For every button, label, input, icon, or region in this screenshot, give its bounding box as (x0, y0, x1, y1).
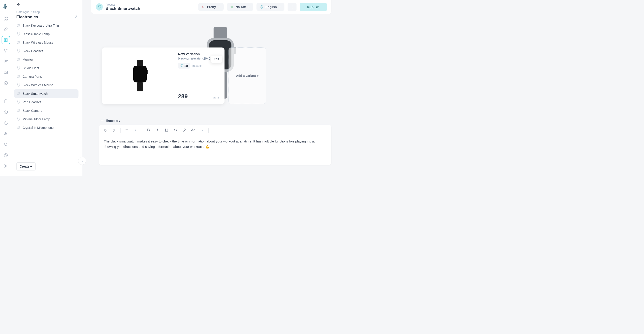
code-button[interactable] (171, 127, 179, 134)
stock-label: in stock (192, 64, 202, 67)
add-block-button[interactable] (211, 127, 219, 134)
underline-button[interactable]: U (162, 127, 170, 134)
sidebar-item[interactable]: Monitor (14, 55, 78, 64)
svg-point-75 (18, 111, 19, 111)
sidebar-item-label: Minimal Floor Lamp (22, 117, 50, 121)
svg-point-33 (17, 42, 20, 44)
nav-apps-icon[interactable] (2, 57, 10, 66)
stock-qty: 28 (184, 64, 188, 68)
svg-rect-15 (5, 100, 7, 103)
nav-flow-icon[interactable] (2, 47, 10, 55)
variant-title: New variation (178, 52, 220, 56)
nav-analytics-icon[interactable] (2, 119, 10, 127)
sidebar: Catalogue / Shop Electronics Black Keybo… (12, 0, 82, 176)
product-header: Product Black Smartwatch Pretty No Tax (91, 0, 332, 14)
edit-category-icon[interactable] (74, 15, 78, 20)
typography-dropdown-icon[interactable] (198, 127, 206, 134)
sidebar-item[interactable]: Camera Parts (14, 72, 78, 81)
sidebar-item-label: Studio Light (22, 66, 39, 70)
svg-point-23 (17, 25, 20, 27)
nav-translate-icon[interactable] (2, 151, 10, 159)
breadcrumb-shop[interactable]: Shop (33, 10, 40, 14)
sidebar-item[interactable]: Red Headset (14, 98, 78, 106)
summary-text[interactable]: The black smartwatch makes it easy to ch… (99, 135, 332, 152)
back-arrow-icon[interactable] (16, 2, 78, 8)
svg-point-60 (18, 85, 19, 85)
bear-icon (16, 32, 20, 36)
sidebar-item[interactable]: Black Headset (14, 47, 78, 55)
nav-brush-icon[interactable] (2, 25, 10, 34)
sidebar-item-label: Black Wireless Mouse (22, 41, 54, 44)
nav-box-icon[interactable] (2, 108, 10, 116)
undo-button[interactable] (101, 127, 109, 134)
sidebar-item[interactable]: Black Wireless Mouse (14, 81, 78, 89)
nav-catalogue-icon[interactable] (2, 36, 10, 44)
breadcrumb-catalogue[interactable]: Catalogue (16, 10, 30, 14)
svg-point-73 (17, 110, 20, 112)
sidebar-item-label: Crystall Iz Microphone (22, 126, 54, 129)
align-dropdown-icon[interactable] (132, 127, 140, 134)
variant-image (102, 48, 178, 104)
italic-button[interactable]: I (154, 127, 162, 134)
svg-point-95 (292, 7, 292, 8)
sidebar-item[interactable]: Minimal Floor Lamp (14, 115, 78, 123)
language-dropdown[interactable]: English (256, 3, 284, 11)
variant-menu-button[interactable]: ⋯ (216, 51, 220, 55)
nav-clipboard-icon[interactable] (2, 97, 10, 106)
link-button[interactable] (180, 127, 188, 134)
sidebar-item[interactable]: Black Wireless Mouse (14, 38, 78, 47)
svg-point-65 (18, 94, 19, 94)
variant-menu-edit[interactable]: Edit (211, 56, 222, 63)
more-actions-button[interactable] (288, 3, 296, 11)
nav-discount-icon[interactable] (2, 79, 10, 87)
publish-button[interactable]: Publish (300, 3, 327, 11)
nav-dashboard-icon[interactable] (2, 14, 10, 23)
sidebar-item[interactable]: Classic Table Lamp (14, 30, 78, 38)
svg-point-25 (18, 26, 19, 26)
nav-search-icon[interactable] (2, 140, 10, 149)
logo-icon (3, 3, 9, 11)
main-content: Product Black Smartwatch Pretty No Tax (82, 0, 338, 176)
tax-dropdown[interactable]: No Tax (227, 3, 254, 11)
bear-icon (16, 75, 20, 79)
display-mode-dropdown[interactable]: Pretty (198, 3, 224, 11)
svg-point-107 (325, 130, 325, 130)
bear-icon (16, 109, 20, 113)
sidebar-item-label: Black Keyboard Ultra Thin (22, 24, 59, 27)
chevron-down-icon (278, 5, 281, 9)
svg-point-38 (17, 50, 20, 53)
stock-badge: 28 (178, 63, 190, 69)
sidebar-item[interactable]: Black Keyboard Ultra Thin (14, 21, 78, 30)
svg-point-43 (17, 59, 20, 61)
bold-button[interactable]: B (144, 127, 152, 134)
display-mode-label: Pretty (207, 5, 216, 9)
svg-point-35 (18, 43, 19, 43)
sidebar-item[interactable]: Crystall Iz Microphone (14, 123, 78, 132)
variant-price: 289 (178, 93, 188, 100)
sidebar-item[interactable]: Black Camera (14, 106, 78, 115)
svg-point-16 (5, 132, 6, 133)
redo-button[interactable] (110, 127, 118, 134)
svg-point-53 (17, 76, 20, 78)
svg-point-80 (18, 119, 19, 119)
svg-point-30 (18, 34, 19, 34)
sidebar-item[interactable]: Studio Light (14, 64, 78, 72)
editor-more-button[interactable] (321, 127, 329, 134)
product-avatar-icon (96, 3, 103, 11)
svg-point-85 (18, 128, 19, 128)
nav-users-icon[interactable] (2, 129, 10, 138)
align-button[interactable] (123, 127, 131, 134)
typography-button[interactable]: Aa (189, 127, 197, 134)
product-title: Black Smartwatch (106, 6, 140, 11)
tax-label: No Tax (236, 5, 246, 9)
sidebar-item-label: Camera Parts (22, 75, 42, 78)
sidebar-item[interactable]: Black Smartwatch (14, 89, 78, 98)
svg-point-50 (18, 68, 19, 68)
add-variant-button[interactable]: Add a variant + (228, 48, 266, 104)
product-label: Product (106, 3, 140, 6)
nav-settings-icon[interactable] (2, 162, 10, 170)
svg-rect-9 (7, 60, 8, 61)
svg-rect-10 (4, 61, 5, 62)
nav-image-icon[interactable] (2, 68, 10, 77)
create-button[interactable]: Create + (16, 162, 36, 171)
